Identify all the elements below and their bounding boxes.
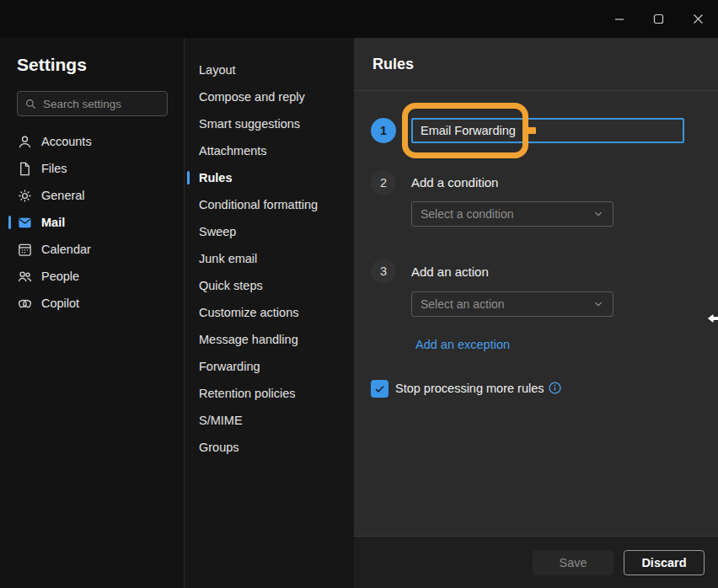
category-item-s-mime[interactable]: S/MIME — [185, 407, 353, 434]
search-box[interactable] — [17, 91, 168, 116]
sidebar-item-label: Files — [41, 162, 67, 175]
mail-icon — [17, 215, 33, 231]
category-list: LayoutCompose and replySmart suggestions… — [185, 38, 353, 461]
save-button[interactable]: Save — [533, 550, 614, 575]
sidebar-item-people[interactable]: People — [0, 263, 184, 290]
category-item-label: Smart suggestions — [199, 117, 300, 131]
category-item-junk-email[interactable]: Junk email — [185, 245, 353, 272]
maximize-button[interactable] — [639, 0, 678, 38]
category-item-customize-actions[interactable]: Customize actions — [185, 299, 353, 326]
category-item-label: Conditional formatting — [199, 198, 318, 211]
chevron-down-icon — [592, 208, 604, 220]
sidebar-item-label: People — [41, 270, 79, 283]
category-item-label: Attachments — [199, 144, 267, 158]
file-icon — [17, 161, 33, 177]
category-item-attachments[interactable]: Attachments — [185, 137, 353, 164]
gear-icon — [17, 188, 33, 204]
sidebar-item-accounts[interactable]: Accounts — [0, 128, 184, 155]
minimize-icon — [614, 14, 624, 24]
step-3-badge: 3 — [371, 259, 396, 284]
sidebar-item-calendar[interactable]: Calendar — [0, 236, 184, 263]
condition-dropdown-value: Select a condition — [421, 207, 592, 221]
sidebar-item-files[interactable]: Files — [0, 155, 184, 182]
category-item-sweep[interactable]: Sweep — [185, 218, 353, 245]
action-dropdown[interactable]: Select an action — [411, 291, 614, 317]
category-item-forwarding[interactable]: Forwarding — [185, 353, 353, 380]
settings-title: Settings — [17, 55, 87, 75]
window-controls — [599, 0, 718, 38]
category-item-label: Junk email — [199, 252, 257, 265]
category-item-label: Sweep — [199, 225, 236, 238]
sidebar-item-label: Accounts — [41, 135, 92, 148]
panel-footer: Save Discard — [354, 536, 718, 588]
category-item-conditional-formatting[interactable]: Conditional formatting — [185, 191, 353, 218]
search-icon — [24, 98, 37, 110]
title-bar — [0, 0, 718, 38]
category-item-compose-and-reply[interactable]: Compose and reply — [185, 83, 353, 110]
stop-processing-checkbox[interactable] — [371, 380, 388, 398]
maximize-icon — [653, 13, 664, 24]
step-2-badge: 2 — [371, 170, 396, 195]
checkmark-icon — [373, 382, 386, 395]
people-icon — [17, 269, 33, 285]
category-item-label: Retention policies — [199, 387, 295, 400]
step-1-badge: 1 — [371, 118, 396, 143]
panel-title: Rules — [372, 56, 414, 73]
calendar-icon — [17, 242, 33, 258]
category-item-label: Groups — [199, 441, 239, 454]
category-item-label: Compose and reply — [199, 90, 305, 104]
category-item-label: Rules — [199, 171, 233, 184]
category-item-label: Layout — [199, 63, 236, 77]
sidebar-item-copilot[interactable]: Copilot — [0, 290, 184, 317]
info-icon[interactable] — [548, 381, 562, 395]
sidebar-item-general[interactable]: General — [0, 182, 184, 209]
category-item-message-handling[interactable]: Message handling — [185, 326, 353, 353]
person-icon — [17, 134, 33, 150]
category-item-label: Customize actions — [199, 306, 298, 319]
category-item-label: S/MIME — [199, 414, 243, 427]
sidebar-item-label: Mail — [41, 216, 65, 229]
category-item-retention-policies[interactable]: Retention policies — [185, 380, 353, 407]
add-condition-label: Add a condition — [411, 175, 498, 190]
rules-panel: Rules 1 2 Add a condition Select a condi… — [354, 38, 718, 588]
stop-processing-label: Stop processing more rules — [395, 382, 544, 395]
action-dropdown-value: Select an action — [421, 297, 592, 311]
rule-name-input[interactable] — [411, 118, 684, 143]
sidebar-item-label: Calendar — [41, 243, 91, 256]
add-exception-link[interactable]: Add an exception — [415, 338, 510, 351]
settings-window: Settings AccountsFilesGeneralMailCalenda… — [0, 0, 718, 588]
discard-button[interactable]: Discard — [624, 550, 705, 575]
sidebar-item-label: Copilot — [41, 297, 79, 310]
copilot-icon — [17, 296, 33, 312]
add-action-label: Add an action — [411, 265, 489, 279]
category-item-label: Quick steps — [199, 279, 263, 292]
category-item-label: Forwarding — [199, 360, 260, 373]
sidebar-item-label: General — [41, 189, 85, 202]
category-item-smart-suggestions[interactable]: Smart suggestions — [185, 110, 353, 137]
search-input[interactable] — [43, 98, 160, 110]
sidebar-nav: AccountsFilesGeneralMailCalendarPeopleCo… — [0, 128, 184, 317]
category-item-quick-steps[interactable]: Quick steps — [185, 272, 353, 299]
category-item-label: Message handling — [199, 333, 298, 346]
category-item-rules[interactable]: Rules — [185, 164, 353, 191]
minimize-button[interactable] — [599, 0, 639, 38]
category-item-layout[interactable]: Layout — [185, 56, 353, 83]
close-icon — [693, 13, 704, 24]
sidebar-item-mail[interactable]: Mail — [0, 209, 184, 236]
panel-divider — [354, 90, 718, 91]
mail-categories-column: LayoutCompose and replySmart suggestions… — [185, 38, 353, 588]
chevron-down-icon — [592, 298, 604, 310]
settings-sidebar: Settings AccountsFilesGeneralMailCalenda… — [0, 38, 185, 588]
category-item-groups[interactable]: Groups — [185, 434, 353, 461]
condition-dropdown[interactable]: Select a condition — [411, 201, 614, 227]
close-button[interactable] — [678, 0, 718, 38]
